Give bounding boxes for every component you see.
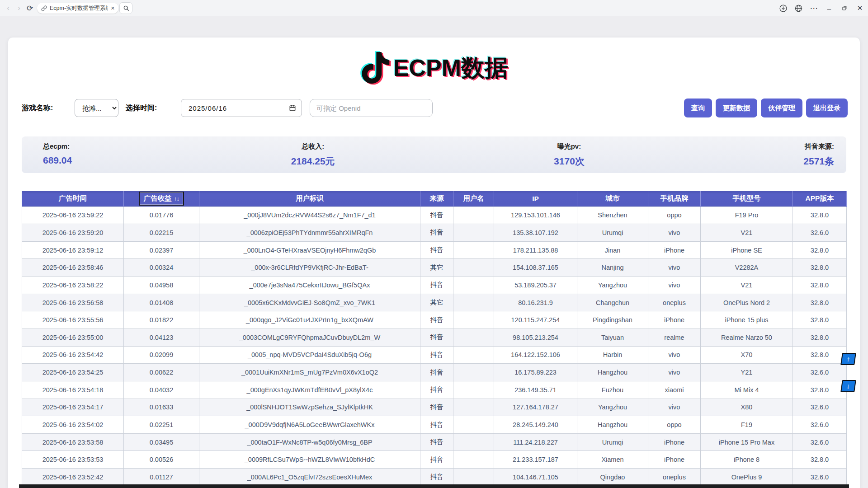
table-row: 2025-06-16 23:59:120.02397_000LnO4-GTeHX… <box>22 241 847 259</box>
cell-app_version: 32.6.0 <box>793 364 847 381</box>
cell-revenue: 0.01633 <box>124 399 199 416</box>
cell-city: Jinan <box>577 241 648 259</box>
cell-time: 2025-06-16 23:55:56 <box>22 311 124 329</box>
table-row: 2025-06-16 23:53:580.03495_000taO1F-WxNc… <box>22 433 847 451</box>
sort-control[interactable]: 广告收益↑↓ <box>139 192 184 206</box>
tiktok-note-icon <box>360 50 392 85</box>
game-select[interactable]: 抢滩... <box>75 99 118 117</box>
col-header-model: 手机型号 <box>701 191 793 206</box>
cell-city: Yangzhou <box>577 399 648 416</box>
cell-model: Y21 <box>701 364 793 381</box>
cell-brand: xiaomi <box>648 381 701 399</box>
back-icon[interactable]: ‹ <box>3 0 14 16</box>
openid-input[interactable] <box>310 99 433 117</box>
cell-time: 2025-06-16 23:53:53 <box>22 451 124 469</box>
tab-title: Ecpm-实时数据管理系统 <box>50 5 108 12</box>
bottom-strip <box>19 484 849 488</box>
cell-app_version: 32.6.0 <box>793 399 847 416</box>
minimize-icon[interactable]: – <box>824 0 835 16</box>
stat-value: 2571条 <box>803 155 834 168</box>
cell-time: 2025-06-16 23:59:22 <box>22 206 124 224</box>
cell-city: Hangzhou <box>577 416 648 434</box>
page-background: ECPM数据 游戏名称: 抢滩... 选择时间: 2025/06/16 <box>0 16 868 488</box>
search-icon <box>123 5 129 11</box>
refresh-data-button[interactable]: 更新数据 <box>716 99 757 117</box>
cell-app_version: 32.6.0 <box>793 433 847 451</box>
table-row: 2025-06-16 23:59:200.02215_0006zpiOEj53P… <box>22 224 847 242</box>
table-row: 2025-06-16 23:55:000.04123_0003COMLgC9RY… <box>22 328 847 346</box>
stat-total-income: 总收入: 2184.25元 <box>291 142 335 173</box>
cell-brand: oneplus <box>648 294 701 311</box>
cell-model: Mi Mix 4 <box>701 381 793 399</box>
table-row: 2025-06-16 23:54:180.04032_000gEnXs1qyJW… <box>22 381 847 399</box>
cell-openid: _000jJ8VUm2dczRVW44S2s6z7_Nm1F7_d1 <box>199 206 420 224</box>
cell-city: Taiyuan <box>577 328 648 346</box>
cell-username <box>453 224 494 242</box>
search-button[interactable] <box>119 2 132 14</box>
partner-manage-button[interactable]: 伙伴管理 <box>761 99 802 117</box>
cell-source: 其它 <box>420 259 453 277</box>
table-row: 2025-06-16 23:58:220.04958_000e7je3sNa47… <box>22 277 847 294</box>
cell-source: 抖音 <box>420 346 453 364</box>
cell-time: 2025-06-16 23:53:58 <box>22 433 124 451</box>
cell-brand: vivo <box>648 259 701 277</box>
cell-city: Urumqi <box>577 224 648 242</box>
cell-username <box>453 364 494 381</box>
cell-model: iPhone 15 Pro Max <box>701 433 793 451</box>
cell-ip: 21.233.157.187 <box>494 451 577 469</box>
cell-username <box>453 346 494 364</box>
cell-openid: _0003COMLgC9RYFQhpmaJCuvDbuyDL2m_W <box>199 328 420 346</box>
filter-row: 游戏名称: 抢滩... 选择时间: 2025/06/16 查询 更新数据 <box>8 99 860 117</box>
stat-value: 2184.25元 <box>291 155 335 168</box>
cell-source: 抖音 <box>420 416 453 434</box>
col-header-brand: 手机品牌 <box>648 191 701 206</box>
table-row: 2025-06-16 23:56:580.01408_0005x6CKxMdvv… <box>22 294 847 311</box>
scroll-to-top-button[interactable]: ↑ <box>840 353 856 365</box>
cell-ip: 178.211.135.88 <box>494 241 577 259</box>
cell-city: Urumqi <box>577 433 648 451</box>
cell-ip: 104.146.71.105 <box>494 469 577 486</box>
stat-label: 抖音来源: <box>803 142 834 151</box>
cell-app_version: 32.8.0 <box>793 451 847 469</box>
query-button[interactable]: 查询 <box>684 99 712 117</box>
browser-globe-icon[interactable] <box>793 0 804 16</box>
restore-window-icon[interactable] <box>839 0 850 16</box>
close-window-icon[interactable]: ✕ <box>854 0 865 16</box>
cell-time: 2025-06-16 23:54:02 <box>22 416 124 434</box>
table-row: 2025-06-16 23:54:250.00622_0001UuiKmXNr1… <box>22 364 847 381</box>
cell-brand: oppo <box>648 416 701 434</box>
download-icon[interactable] <box>778 0 788 16</box>
cell-model: V2282A <box>701 259 793 277</box>
cell-brand: realme <box>648 328 701 346</box>
cell-brand: oppo <box>648 206 701 224</box>
browser-chrome: ‹ › ⟳ Ecpm-实时数据管理系统 ✕ <box>0 0 868 16</box>
address-pill[interactable]: Ecpm-实时数据管理系统 ✕ <box>37 3 118 14</box>
cell-ip: 16.175.89.223 <box>494 364 577 381</box>
col-header-app_version: APP版本 <box>793 191 847 206</box>
cell-ip: 80.16.231.9 <box>494 294 577 311</box>
scroll-to-bottom-button[interactable]: ↓ <box>840 380 856 392</box>
cell-username <box>453 381 494 399</box>
forward-icon[interactable]: › <box>14 0 24 16</box>
menu-ellipsis-icon[interactable]: ⋯ <box>808 0 819 16</box>
logout-button[interactable]: 退出登录 <box>806 99 848 117</box>
cell-city: Changchun <box>577 294 648 311</box>
cell-revenue: 0.01822 <box>124 311 199 329</box>
cell-app_version: 32.8.0 <box>793 277 847 294</box>
date-value: 2025/06/16 <box>189 104 227 112</box>
cell-openid: _0005_npq-MVD5VCPdaI4SduXib5jq-O6g <box>199 346 420 364</box>
cell-username <box>453 241 494 259</box>
cell-city: Shenzhen <box>577 206 648 224</box>
cell-time: 2025-06-16 23:56:58 <box>22 294 124 311</box>
cell-model: Realme Narzo 50 <box>701 328 793 346</box>
cell-revenue: 0.01776 <box>124 206 199 224</box>
cell-revenue: 0.04958 <box>124 277 199 294</box>
reload-icon[interactable]: ⟳ <box>24 0 35 16</box>
tab-close-icon[interactable]: ✕ <box>111 5 115 11</box>
date-input[interactable]: 2025/06/16 <box>181 99 302 117</box>
cell-openid: _000e7je3sNa475CekxrItJowu_BGf5QAx <box>199 277 420 294</box>
cell-time: 2025-06-16 23:54:17 <box>22 399 124 416</box>
calendar-icon[interactable] <box>289 104 296 112</box>
cell-revenue: 0.02251 <box>124 416 199 434</box>
cell-ip: 111.24.218.227 <box>494 433 577 451</box>
